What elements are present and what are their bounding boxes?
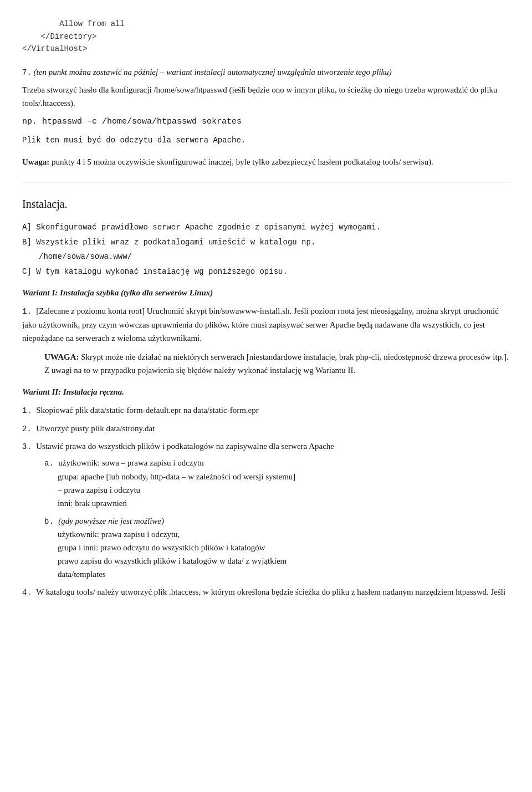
np-command: htpasswd -c /home/sowa/htpasswd sokrates [42,117,242,126]
uwaga-inline-text: Skrypt może nie działać na niektórych se… [44,352,509,375]
wariant2-item2-text: Utworzyć pusty plik data/strony.dat [36,424,155,433]
sub-a-text2: grupa: apache [lub nobody, http-data – w… [58,472,295,481]
wariant1-item1-text: [Zalecane z poziomu konta root] Uruchomi… [22,306,499,342]
wariant2-item-1: 1. Skopiować plik data/static-form-defau… [22,403,510,417]
wariant1-section: Wariant I: Instalacja szybka (tylko dla … [22,287,510,377]
wariant2-label: Wariant II: [22,387,61,396]
wariant2-item-4: 4. W katalogu tools/ należy utworzyć pli… [22,585,510,599]
instalacja-section: Instalacja. A] Skonfigurować prawidłowo … [22,196,510,278]
sub-a-text4: inni: brak uprawnień [58,499,127,508]
install-step-b2: /home/sowa/sowa.www/ [22,251,510,263]
wariant2-section: Wariant II: Instalacja ręczna. 1. Skopio… [22,386,510,599]
sub-b-text2: grupa i inni: prawo odczytu do wszystkic… [58,543,265,552]
wariant2-item3-sub-a: a. użytkownik: sowa – prawa zapisu i odc… [44,456,510,509]
wariant1-rest: Instalacja szybka (tylko dla serwerów Li… [60,288,213,297]
section7-number: 7. [22,68,32,77]
wariant1-label: Wariant I: [22,288,58,297]
section-divider [22,182,510,182]
section-7: 7. (ten punkt można zostawić na później … [22,65,510,169]
header-code: Allow from all </Directory> </VirtualHos… [22,6,510,55]
uwaga-inline-label: UWAGA: [44,352,79,361]
page-container: Allow from all </Directory> </VirtualHos… [0,0,532,626]
section7-np: np. htpasswd -c /home/sowa/htpasswd sokr… [22,115,510,129]
section7-plik: Plik ten musi być do odczytu dla serwera… [22,133,510,146]
wariant2-item3-sub-b: b. (gdy powyższe nie jest możliwe) użytk… [44,514,510,581]
wariant2-rest: Instalacja ręczna. [63,387,124,396]
wariant2-item4-text: W katalogu tools/ należy utworzyć plik .… [36,587,505,596]
wariant2-item1-text: Skopiować plik data/static-form-default.… [36,406,259,415]
install-step-b: B] Wszystkie pliki wraz z podkatalogami … [22,236,510,248]
section7-intro-text: (ten punkt można zostawić na później – w… [34,68,392,76]
section7-para1: Trzeba stworzyć hasło dla konfiguracji /… [22,83,510,110]
wariant2-item-2: 2. Utworzyć pusty plik data/strony.dat [22,422,510,435]
wariant1-title: Wariant I: Instalacja szybka (tylko dla … [22,287,510,299]
sub-b-text3: prawo zapisu do wszystkich plików i kata… [58,556,287,565]
wariant2-item3-subs: a. użytkownik: sowa – prawa zapisu i odc… [44,456,510,581]
install-step-a: A] Skonfigurować prawidłowo serwer Apach… [22,221,510,233]
wariant2-item-3: 3. Ustawić prawa do wszystkich plików i … [22,440,510,581]
wariant2-title: Wariant II: Instalacja ręczna. [22,386,510,398]
sub-a-text3: – prawa zapisu i odczytu [58,486,140,494]
wariant2-item3-text: Ustawić prawa do wszystkich plików i pod… [36,442,334,451]
uwaga-prefix: Uwaga: [22,157,49,166]
sub-a-text: użytkownik: sowa – prawa zapisu i odczyt… [58,458,203,467]
install-step-c: C] W tym katalogu wykonać instalację wg … [22,265,510,278]
np-label: np. [22,117,37,126]
uwaga-body: punkty 4 i 5 można oczywiście skonfiguro… [52,157,433,166]
sub-b-text1: użytkownik: prawa zapisu i odczytu, [58,530,180,539]
plik-text-prefix: Plik ten musi być do odczytu dla serwera… [22,136,245,145]
sub-b-text4: data/templates [58,570,106,579]
wariant1-item-1: 1. [Zalecane z poziomu konta root] Uruch… [22,304,510,376]
wariant1-uwaga: UWAGA: Skrypt może nie działać na niektó… [44,350,510,377]
section7-intro: 7. (ten punkt można zostawić na później … [22,65,510,79]
install-steps: A] Skonfigurować prawidłowo serwer Apach… [22,221,510,278]
instalacja-title: Instalacja. [22,196,510,212]
wariant2-list: 1. Skopiować plik data/static-form-defau… [22,403,510,599]
section7-uwaga: Uwaga: punkty 4 i 5 można oczywiście sko… [22,155,510,168]
wariant1-list: 1. [Zalecane z poziomu konta root] Uruch… [22,304,510,376]
sub-b-italic: (gdy powyższe nie jest możliwe) [58,517,164,525]
